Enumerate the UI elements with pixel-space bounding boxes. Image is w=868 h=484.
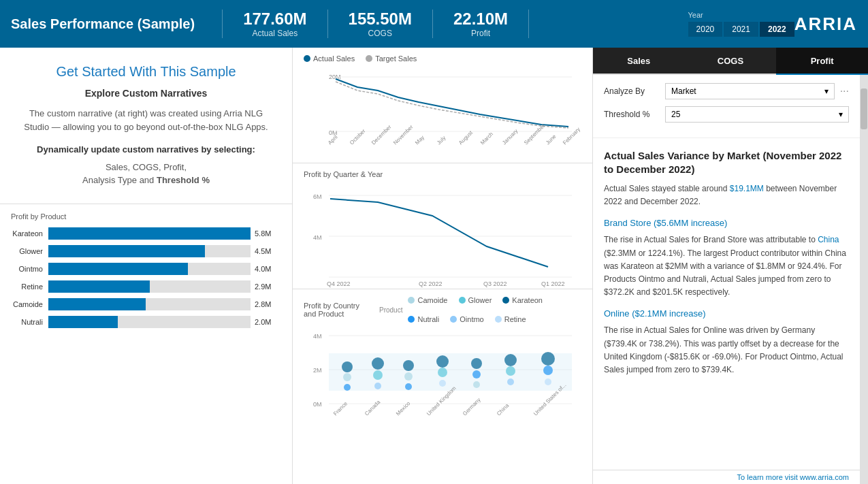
svg-text:September: September: [523, 123, 546, 146]
bubble-chart-title: Profit by Country and Product: [304, 302, 368, 318]
legend-actual-label: Actual Sales: [313, 54, 355, 63]
svg-point-48: [506, 366, 515, 376]
bar-value: 2.8M: [251, 300, 281, 308]
tab-cogs[interactable]: COGS: [685, 48, 777, 75]
svg-point-40: [405, 383, 412, 390]
more-options-button[interactable]: ···: [840, 85, 849, 97]
svg-point-42: [438, 368, 447, 377]
legend-karateon: Karateon: [502, 296, 543, 304]
svg-point-46: [473, 381, 480, 388]
threshold-row: Threshold % 25 ▾: [604, 106, 849, 123]
legend-glower: Glower: [459, 296, 492, 304]
bar-track: [48, 316, 251, 328]
tab-sales[interactable]: Sales: [593, 48, 685, 75]
svg-text:France: France: [332, 400, 349, 417]
svg-point-43: [439, 380, 446, 387]
threshold-select[interactable]: 25 ▾: [665, 106, 849, 123]
right-inner: Analyze By Market ▾ ··· Threshold % 25 ▾: [593, 75, 868, 484]
main-layout: Get Started With This Sample Explore Cus…: [0, 48, 868, 484]
svg-text:Mexico: Mexico: [395, 400, 412, 417]
svg-point-45: [472, 370, 481, 378]
bar-value: 5.8M: [251, 229, 281, 238]
analyze-by-label: Analyze By: [604, 86, 665, 96]
year-selector: Year 2020 2021 2022: [688, 11, 794, 37]
bar-value: 4.5M: [251, 247, 281, 255]
threshold-value: 25: [671, 110, 680, 119]
narrative-heading: Actual Sales Variance by Market (Novembe…: [604, 149, 849, 176]
legend-dot-target: [366, 55, 372, 62]
tab-profit[interactable]: Profit: [776, 48, 868, 75]
year-2021-button[interactable]: 2021: [724, 22, 758, 37]
bar-track: [48, 263, 251, 275]
year-2020-button[interactable]: 2020: [688, 22, 723, 37]
right-tabs: Sales COGS Profit: [593, 48, 868, 75]
narrative-section: Actual Sales Variance by Market (Novembe…: [593, 138, 860, 470]
legend-camoide-label: Camoide: [417, 296, 447, 304]
svg-point-50: [541, 352, 555, 366]
bar-value: 4.0M: [251, 265, 281, 273]
svg-text:Q3 2022: Q3 2022: [483, 280, 507, 287]
scrollbar-thumb[interactable]: [861, 88, 867, 129]
svg-point-37: [374, 383, 381, 389]
svg-point-47: [504, 354, 517, 366]
line-chart-svg: 20M 0M April October December November M…: [304, 67, 581, 148]
bar-label: Glower: [11, 247, 48, 255]
intro-list: Sales, COGS, Profit,Analysis Type and Th…: [19, 161, 273, 187]
bar-track: [48, 298, 251, 310]
bubble-chart-svg: 4M 2M 0M: [304, 326, 581, 421]
line-chart-legend: Actual Sales Target Sales: [304, 54, 581, 63]
year-2022-button[interactable]: 2022: [760, 22, 794, 37]
brand-store-heading: Brand Store ($5.6MM increase): [604, 218, 849, 228]
bar-label: Retine: [11, 283, 48, 291]
analyze-by-chevron: ▾: [824, 86, 829, 96]
bar-fill: [48, 316, 118, 328]
bar-item: Glower 4.5M: [11, 245, 281, 257]
bar-fill: [48, 298, 146, 310]
bar-label: Ointmo: [11, 265, 48, 273]
legend-target-label: Target Sales: [375, 54, 417, 63]
svg-rect-31: [329, 353, 572, 391]
intro-title: Get Started With This Sample: [19, 64, 273, 80]
profit-quarter-chart-box: Profit by Quarter & Year 6M 4M Q4 2022 Q…: [293, 163, 592, 289]
actual-sales-metric: 177.60M Actual Sales: [222, 10, 327, 38]
right-content: Analyze By Market ▾ ··· Threshold % 25 ▾: [593, 75, 860, 484]
left-panel: Get Started With This Sample Explore Cus…: [0, 48, 293, 484]
svg-text:May: May: [414, 134, 425, 146]
profit-value: 22.10M: [453, 10, 508, 29]
svg-point-32: [342, 361, 353, 372]
intro-text: The custom narrative (at right) was crea…: [19, 107, 273, 133]
bar-label: Nutrali: [11, 318, 48, 326]
brand-store-text: The rise in Actual Sales for Brand Store…: [604, 233, 849, 299]
svg-text:June: June: [545, 133, 558, 146]
svg-text:Q4 2022: Q4 2022: [327, 280, 351, 287]
svg-text:Q2 2022: Q2 2022: [419, 280, 443, 287]
svg-point-52: [545, 378, 551, 385]
legend-retine: Retine: [495, 315, 526, 323]
svg-text:4M: 4M: [313, 234, 322, 241]
header: Sales Performance (Sample) 177.60M Actua…: [0, 0, 868, 48]
bar-track: [48, 280, 251, 293]
threshold-chevron: ▾: [839, 110, 843, 119]
svg-text:November: November: [392, 124, 415, 146]
analyze-by-row: Analyze By Market ▾ ···: [604, 83, 849, 99]
legend-camoide: Camoide: [408, 296, 447, 304]
bar-item: Camoide 2.8M: [11, 298, 281, 310]
footer-link[interactable]: To learn more visit www.arria.com: [737, 473, 849, 481]
legend-ointmo-label: Ointmo: [460, 315, 483, 323]
online-heading: Online ($2.1MM increase): [604, 308, 849, 319]
legend-ointmo: Ointmo: [450, 315, 483, 323]
scrollbar[interactable]: [860, 75, 868, 484]
bar-fill: [48, 227, 251, 240]
profit-quarter-title: Profit by Quarter & Year: [304, 170, 581, 178]
svg-text:August: August: [457, 129, 475, 146]
threshold-label: Threshold %: [604, 110, 665, 119]
legend-nutrali-label: Nutrali: [417, 315, 439, 323]
bar-chart-section: Profit by Product Karateon 5.8M Glower 4…: [0, 204, 292, 485]
profit-metric: 22.10M Profit: [433, 10, 529, 38]
analyze-by-select[interactable]: Market ▾: [665, 83, 835, 99]
legend-dot-actual: [304, 55, 310, 62]
cogs-value: 155.50M: [349, 10, 412, 29]
svg-text:July: July: [436, 135, 447, 146]
narrative-intro: Actual Sales stayed stable around $19.1M…: [604, 182, 849, 208]
bar-fill: [48, 280, 150, 293]
